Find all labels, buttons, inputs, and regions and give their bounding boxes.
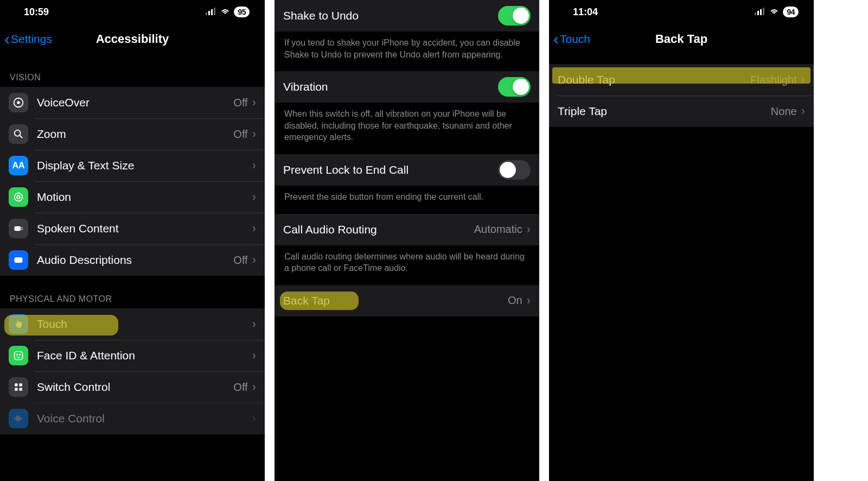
- toggle-shake-to-undo[interactable]: [498, 6, 531, 26]
- cell-label: Back Tap: [283, 294, 508, 307]
- footer-prevent: Prevent the side button from ending the …: [275, 186, 539, 214]
- svg-point-15: [17, 355, 18, 356]
- svg-rect-23: [18, 415, 19, 422]
- toggle-prevent-lock[interactable]: [498, 160, 531, 180]
- cell-label: Shake to Undo: [283, 9, 498, 22]
- svg-rect-27: [757, 11, 759, 15]
- chevron-right-icon: ›: [252, 317, 256, 331]
- cell-voice-control[interactable]: Voice Control ›: [0, 403, 265, 434]
- svg-rect-20: [20, 388, 22, 391]
- status-bar: 11:04 94: [549, 0, 814, 24]
- chevron-left-icon: ‹: [4, 31, 10, 47]
- footer-routing: Call audio routing determines where audi…: [275, 245, 539, 285]
- cell-display-text-size[interactable]: AA Display & Text Size ›: [0, 150, 265, 181]
- cell-value: Automatic: [474, 223, 522, 236]
- cell-switch-control[interactable]: Switch Control Off ›: [0, 371, 265, 403]
- back-label: Settings: [11, 33, 52, 46]
- cell-audio-descriptions[interactable]: Audio Descriptions Off ›: [0, 244, 265, 276]
- svg-point-6: [15, 130, 21, 136]
- status-bar: 10:59 95: [0, 0, 265, 24]
- cell-label: Vibration: [283, 80, 498, 93]
- chevron-right-icon: ›: [252, 349, 256, 363]
- svg-rect-3: [214, 8, 215, 15]
- cell-back-tap[interactable]: Back Tap On ›: [275, 285, 539, 317]
- cell-label: Audio Descriptions: [37, 254, 233, 267]
- svg-point-9: [17, 195, 20, 199]
- cell-label: Face ID & Attention: [37, 349, 252, 362]
- cell-value: On: [508, 294, 522, 307]
- chevron-right-icon: ›: [527, 223, 531, 237]
- cell-prevent-lock[interactable]: Prevent Lock to End Call: [275, 154, 539, 186]
- voice-control-icon: [9, 409, 28, 428]
- footer-shake: If you tend to shake your iPhone by acci…: [275, 31, 539, 71]
- chevron-right-icon: ›: [252, 127, 256, 141]
- cell-value: Off: [233, 97, 247, 109]
- faceid-icon: [9, 346, 28, 365]
- toggle-vibration[interactable]: [498, 77, 531, 97]
- cell-value: Flashlight: [750, 74, 797, 86]
- svg-rect-18: [20, 383, 22, 386]
- cell-zoom[interactable]: Zoom Off ›: [0, 118, 265, 150]
- touch-icon: [9, 314, 28, 334]
- cell-label: Display & Text Size: [37, 159, 252, 172]
- svg-rect-26: [755, 12, 756, 15]
- motion-icon: [9, 187, 28, 207]
- cell-label: Motion: [37, 191, 252, 204]
- svg-line-7: [20, 136, 23, 138]
- svg-rect-0: [206, 12, 207, 15]
- battery-indicator: 94: [783, 7, 799, 17]
- svg-rect-28: [760, 9, 762, 15]
- svg-rect-1: [208, 11, 210, 15]
- cell-motion[interactable]: Motion ›: [0, 181, 265, 213]
- wifi-icon: [220, 7, 231, 18]
- text-size-icon: AA: [9, 156, 28, 175]
- cell-vibration[interactable]: Vibration: [275, 71, 539, 103]
- screenshot-back-tap: 11:04 94 ‹ Touch Back Tap Double Tap Fla…: [549, 0, 814, 481]
- svg-rect-13: [15, 257, 23, 263]
- svg-point-8: [15, 193, 23, 201]
- wifi-icon: [769, 7, 780, 18]
- cellular-icon: [206, 7, 216, 18]
- chevron-right-icon: ›: [252, 96, 256, 110]
- screenshot-accessibility: 10:59 95 ‹ Settings Accessibility VISION…: [0, 0, 265, 481]
- cell-faceid[interactable]: Face ID & Attention ›: [0, 340, 265, 371]
- chevron-left-icon: ‹: [553, 31, 559, 47]
- cell-label: Switch Control: [37, 381, 233, 394]
- svg-rect-17: [15, 383, 17, 386]
- cell-triple-tap[interactable]: Triple Tap None ›: [549, 96, 814, 127]
- cell-call-audio-routing[interactable]: Call Audio Routing Automatic ›: [275, 214, 539, 245]
- svg-rect-10: [15, 226, 21, 231]
- battery-indicator: 95: [234, 7, 250, 17]
- vision-group: VoiceOver Off › Zoom Off › AA Display & …: [0, 87, 265, 276]
- cell-voiceover[interactable]: VoiceOver Off ›: [0, 87, 265, 118]
- status-time: 11:04: [573, 7, 598, 18]
- backtap-group: Back Tap On ›: [275, 285, 539, 317]
- cell-spoken-content[interactable]: Spoken Content ›: [0, 213, 265, 244]
- svg-point-12: [22, 229, 23, 230]
- cell-touch[interactable]: Touch ›: [0, 308, 265, 340]
- cell-label: VoiceOver: [37, 96, 233, 109]
- svg-point-11: [22, 227, 23, 228]
- backtap-options: Double Tap Flashlight › Triple Tap None …: [549, 64, 814, 127]
- svg-point-16: [20, 355, 21, 356]
- prevent-group: Prevent Lock to End Call: [275, 154, 539, 186]
- cell-double-tap[interactable]: Double Tap Flashlight ›: [549, 64, 814, 96]
- cellular-icon: [755, 7, 765, 18]
- cell-label: Zoom: [37, 128, 233, 141]
- cell-shake-to-undo[interactable]: Shake to Undo: [275, 0, 539, 31]
- chevron-right-icon: ›: [801, 104, 805, 118]
- cell-label: Voice Control: [37, 412, 252, 425]
- navbar: ‹ Touch Back Tap: [549, 24, 814, 54]
- physical-group: Touch › Face ID & Attention › Switch Con…: [0, 308, 265, 434]
- status-time: 10:59: [24, 7, 49, 18]
- section-header-vision: VISION: [0, 54, 265, 87]
- chevron-right-icon: ›: [527, 294, 531, 308]
- cell-label: Spoken Content: [37, 222, 252, 235]
- routing-group: Call Audio Routing Automatic ›: [275, 214, 539, 245]
- shake-group: Shake to Undo: [275, 0, 539, 31]
- back-button[interactable]: ‹ Touch: [549, 31, 590, 47]
- footer-vibration: When this switch is off, all vibration o…: [275, 103, 539, 154]
- back-button[interactable]: ‹ Settings: [0, 31, 52, 47]
- svg-point-5: [17, 101, 20, 104]
- navbar: ‹ Settings Accessibility: [0, 24, 265, 54]
